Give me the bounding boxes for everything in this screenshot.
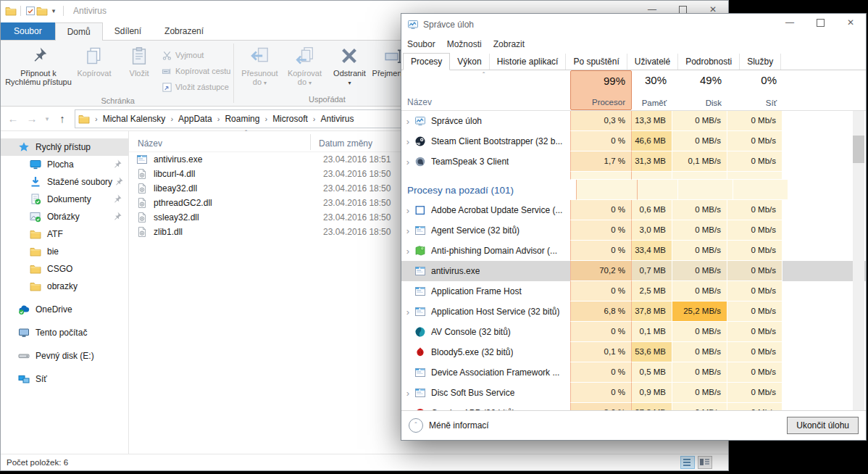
- taskmgr-tab-historie-aplikac-[interactable]: Historie aplikací: [490, 54, 567, 70]
- minimize-button[interactable]: —: [775, 14, 805, 31]
- process-row[interactable]: AV Console (32 bitů)0 %0,1 MB0 MB/s0 Mb/…: [401, 322, 866, 342]
- tab-soubor[interactable]: Soubor: [1, 22, 55, 40]
- memory-cell: [638, 180, 678, 200]
- expand-chevron-icon[interactable]: ›: [401, 246, 414, 257]
- process-row[interactable]: Gaming APP (32 bitů)3,0 %27,8 MB0 MB/s0 …: [401, 403, 866, 410]
- tab-sdílení[interactable]: Sdílení: [103, 22, 153, 40]
- delete-icon: [339, 46, 359, 66]
- qat-customize-icon[interactable]: ▾: [48, 7, 59, 14]
- process-row[interactable]: ›Agent Service (32 bitů)0 %3,0 MB0 MB/s0…: [401, 220, 866, 241]
- sidebar-item-plocha[interactable]: Plocha: [1, 156, 128, 173]
- sidebar-item-dokumenty[interactable]: Dokumenty: [1, 191, 128, 208]
- close-button[interactable]: ✕: [835, 14, 866, 31]
- column-header-disk[interactable]: 49%Disk: [672, 70, 727, 110]
- maximize-button[interactable]: [805, 14, 835, 31]
- process-row[interactable]: ›Disc Soft Bus Service0 %0,9 MB0 MB/s0 M…: [401, 383, 866, 403]
- process-row[interactable]: ›TeamSpeak 3 Client1,7 %31,3 MB0,1 MB/s0…: [401, 151, 866, 172]
- process-row[interactable]: ›Správce úloh0,3 %13,3 MB0 MB/s0 Mb/s: [401, 111, 866, 131]
- menu-možnosti[interactable]: Možnosti: [447, 39, 482, 49]
- breadcrumb-item[interactable]: AppData: [178, 114, 212, 124]
- sidebar-item-sta-en-soubory[interactable]: Stažené soubory: [1, 173, 128, 191]
- expand-chevron-icon[interactable]: ›: [401, 307, 414, 317]
- column-header-pam-[interactable]: 30%Paměť: [632, 70, 672, 110]
- process-row[interactable]: ›Application Host Service (32 bitů)6,8 %…: [401, 302, 866, 322]
- process-row[interactable]: Application Frame Host0 %2,5 MB0 MB/s0 M…: [401, 281, 866, 302]
- process-name: Application Host Service (32 bitů): [431, 307, 559, 317]
- scrollbar-thumb[interactable]: [853, 136, 864, 163]
- process-row[interactable]: Bloody5.exe (32 bitů)0,1 %53,6 MB0 MB/s0…: [401, 342, 866, 362]
- column-header-procesor[interactable]: 99%Procesor: [570, 70, 632, 110]
- less-info-link[interactable]: Méně informací: [429, 420, 489, 431]
- column-divider[interactable]: [310, 134, 311, 150]
- up-icon[interactable]: ↑: [53, 112, 72, 125]
- ribbon-button-odstranit[interactable]: Odstranit ▾: [327, 42, 372, 93]
- history-chevron-icon[interactable]: ▾: [41, 115, 53, 122]
- column-header-name[interactable]: ˆ Název: [401, 70, 570, 110]
- column-header-name[interactable]: Název: [138, 138, 162, 149]
- process-row[interactable]: ›Anti-phishing Domain Advisor (...0 %33,…: [401, 241, 866, 261]
- taskmgr-tab-slu-by[interactable]: Služby: [740, 54, 781, 70]
- tab-zobrazení[interactable]: Zobrazení: [153, 22, 215, 40]
- breadcrumb-item[interactable]: Microsoft: [272, 114, 308, 124]
- ribbon-button-vyjmout[interactable]: Vyjmout: [162, 47, 230, 63]
- taskmgr-tab-v-kon[interactable]: Výkon: [450, 54, 489, 70]
- sidebar-item-bie[interactable]: bie: [1, 243, 128, 260]
- breadcrumb-item[interactable]: Roaming: [225, 114, 259, 124]
- divider: [20, 6, 21, 16]
- ribbon-button-přesunout[interactable]: Přesunoutdo ▾: [237, 42, 282, 93]
- process-name: Bloody5.exe (32 bitů): [431, 347, 513, 357]
- expand-chevron-icon[interactable]: ›: [401, 116, 414, 127]
- properties-icon[interactable]: [25, 5, 36, 17]
- ribbon-button-připnout-k[interactable]: Připnout kRychlému přístupu: [5, 42, 72, 95]
- sidebar-item-onedrive[interactable]: OneDrive: [1, 301, 128, 318]
- green-advisor-icon: [414, 245, 426, 257]
- back-icon[interactable]: ←: [4, 112, 22, 125]
- taskmgr-tab-po-spu-t-n-[interactable]: Po spuštění: [566, 54, 627, 70]
- sidebar-item-pevn-disk-e-[interactable]: Pevný disk (E:): [1, 347, 128, 365]
- taskmgr-tab-procesy[interactable]: Procesy: [403, 53, 450, 70]
- ribbon-button-vložit[interactable]: Vložit: [117, 42, 162, 95]
- end-task-button[interactable]: Ukončit úlohu: [787, 417, 859, 434]
- taskmgr-tab-u-ivatel-[interactable]: Uživatelé: [627, 54, 678, 70]
- ribbon-button-kopírovat[interactable]: Kopírovat: [72, 42, 117, 95]
- group-header-label[interactable]: Procesy na pozadí (101): [407, 185, 514, 196]
- ribbon-button-vložit-zástupce[interactable]: Vložit zástupce: [162, 79, 230, 95]
- sidebar-item-obrazky[interactable]: obrazky: [1, 278, 128, 295]
- new-folder-icon[interactable]: [36, 5, 48, 17]
- column-header-date[interactable]: Datum změny: [319, 138, 372, 149]
- network-cell: 0 Mb/s: [727, 362, 783, 383]
- expand-chevron-icon[interactable]: ›: [401, 388, 414, 399]
- collapse-details-icon[interactable]: ˆ: [409, 418, 423, 433]
- sidebar-item-s-[interactable]: Síť: [1, 370, 128, 388]
- process-row[interactable]: Device Association Framework ...0 %0,5 M…: [401, 362, 866, 383]
- large-icons-view-icon[interactable]: [698, 456, 712, 469]
- process-row[interactable]: ›Steam Client Bootstrapper (32 b...0 %46…: [401, 131, 866, 151]
- menu-zobrazit[interactable]: Zobrazit: [493, 39, 525, 49]
- outline-icon: [414, 204, 426, 216]
- sidebar-item-atf[interactable]: ATF: [1, 225, 128, 243]
- taskmgr-tab-podrobnosti[interactable]: Podrobnosti: [678, 54, 740, 70]
- breadcrumb-item[interactable]: Michal Kalensky: [103, 114, 166, 124]
- disk-cell: 0 MB/s: [672, 281, 727, 302]
- sidebar-item-tento-po-ta-[interactable]: Tento počítač: [1, 324, 128, 341]
- process-row[interactable]: antivirus.exe70,2 %0,7 MB0 MB/s0 Mb/s: [401, 261, 866, 281]
- expand-chevron-icon[interactable]: ›: [401, 205, 414, 216]
- ribbon-button-kopírovat-cestu[interactable]: Kopírovat cestu: [162, 63, 230, 79]
- breadcrumb-item[interactable]: Antivirus: [320, 114, 354, 124]
- sidebar-item-rychl-p-stup[interactable]: Rychlý přístup: [1, 138, 128, 156]
- sidebar-item-csgo[interactable]: CSGO: [1, 260, 128, 278]
- details-view-icon[interactable]: [680, 456, 695, 469]
- expand-chevron-icon[interactable]: ›: [401, 225, 414, 236]
- ribbon-button-kopírovat[interactable]: Kopírovatdo ▾: [282, 42, 327, 93]
- menu-soubor[interactable]: Soubor: [407, 39, 435, 49]
- process-name: Anti-phishing Domain Advisor (...: [431, 246, 557, 256]
- sidebar-item-obr-zky[interactable]: Obrázky: [1, 208, 128, 225]
- forward-icon[interactable]: →: [22, 112, 41, 125]
- exe-icon: [414, 265, 426, 277]
- tab-domů[interactable]: Domů: [55, 22, 103, 41]
- expand-chevron-icon[interactable]: ›: [401, 136, 414, 147]
- expand-chevron-icon[interactable]: ›: [401, 157, 414, 167]
- process-row[interactable]: ›Adobe Acrobat Update Service (...0 %0,6…: [401, 200, 866, 220]
- scrollbar[interactable]: [853, 111, 864, 410]
- column-header-s-[interactable]: 0%Síť: [727, 70, 783, 110]
